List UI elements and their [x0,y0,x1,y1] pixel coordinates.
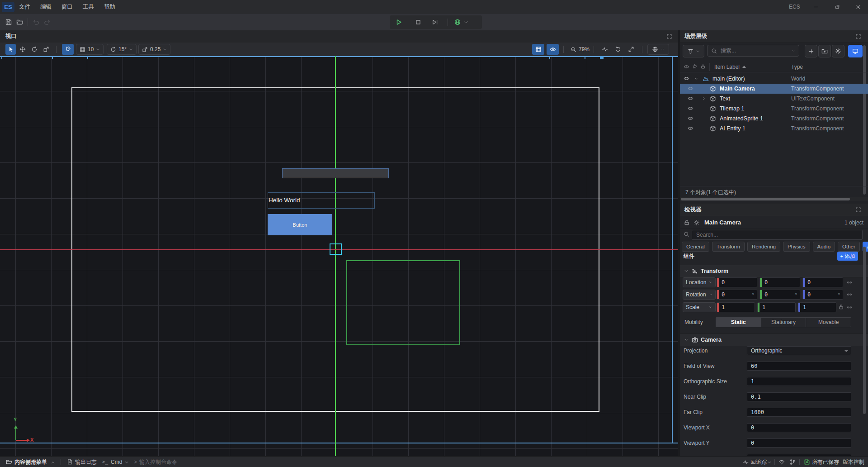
mobility-stationary[interactable]: Stationary [761,318,807,327]
open-folder-button[interactable] [16,19,24,26]
bounds-handle[interactable] [600,56,604,59]
zoom-level[interactable]: 79% [571,44,590,55]
projection-select[interactable]: Orthographic [747,346,851,355]
location-x-field[interactable]: 0 [717,277,757,287]
mobility-static[interactable]: Static [716,318,761,327]
button-object[interactable]: Button [268,214,332,235]
grid-toggle-button[interactable] [532,44,544,55]
link-icon[interactable] [846,304,853,310]
tree-row-main[interactable]: main (Editor) World [680,74,868,84]
menu-window[interactable]: 窗口 [60,0,75,14]
play-button[interactable] [395,19,402,26]
near-clip-input[interactable]: 0.1 [747,392,851,401]
scale-y-field[interactable]: 1 [757,302,796,312]
location-z-field[interactable]: 0 [802,277,843,287]
stop-button[interactable] [415,19,422,26]
orthographic-size-input[interactable]: 1 [747,377,851,386]
wifi-icon[interactable] [778,459,785,465]
panel-object[interactable] [282,168,389,178]
chevron-down-icon[interactable] [684,269,689,273]
link-icon[interactable] [846,279,853,286]
menu-help[interactable]: 帮助 [102,0,117,14]
chevron-down-icon[interactable] [684,338,689,342]
mobility-movable[interactable]: Movable [806,318,851,327]
field-of-view-input[interactable]: 60 [747,362,851,371]
tree-row-ai-entity[interactable]: AI Entity 1 TransformComponent [680,124,868,133]
lock-icon[interactable] [684,219,690,226]
chevron-down-icon[interactable] [124,460,129,465]
grid-snap-dropdown[interactable]: 10 [76,44,104,55]
scale-snap-dropdown[interactable]: 0.25 [138,44,170,55]
step-forward-button[interactable] [431,19,439,26]
location-y-field[interactable]: 0 [760,277,800,287]
tab-transform[interactable]: Transform [712,242,745,252]
maximize-button[interactable] [829,0,845,14]
text-object[interactable]: Hello World [268,192,375,209]
inspector-search-input[interactable] [695,231,859,238]
column-item-label[interactable]: Item Label [714,62,740,72]
tab-audio[interactable]: Audio [813,242,835,252]
eye-icon[interactable] [684,76,689,81]
rotate-tool-button[interactable] [29,44,39,55]
hierarchy-hscroll-thumb[interactable] [681,198,850,200]
tab-other[interactable]: Other [838,242,860,252]
output-log-button[interactable]: 输出日志 [75,457,97,467]
inspector-scrollbar[interactable] [863,247,866,414]
console-input-placeholder[interactable]: 输入控制台命令 [139,457,177,467]
rotate-snap-dropdown[interactable]: 15° [107,44,137,55]
eye-icon[interactable] [688,115,693,121]
move-tool-button[interactable] [17,44,28,55]
rotation-z-field[interactable]: 0° [802,290,843,300]
scale-z-field[interactable]: 1 [798,302,836,312]
panel-expand-icon[interactable] [666,33,672,39]
rotation-x-field[interactable]: 0° [717,290,757,300]
menu-edit[interactable]: 编辑 [38,0,53,14]
branch-icon[interactable] [789,459,796,465]
filter-dropdown[interactable] [683,45,704,57]
scale-mode-dropdown[interactable]: Scale [683,302,716,312]
viewport-x-input[interactable]: 0 [747,423,851,432]
rotation-mode-dropdown[interactable]: Rotation [683,290,716,300]
scale-x-field[interactable]: 1 [717,302,755,312]
minimize-button[interactable] [807,0,824,14]
eye-icon[interactable] [688,105,693,111]
tree-row-main-camera[interactable]: Main Camera TransformComponent [680,84,868,94]
save-button[interactable] [5,19,12,26]
chevron-right-icon[interactable] [702,96,706,101]
redo-button[interactable] [43,19,51,26]
add-component-button[interactable]: + 添加 [837,252,858,261]
far-clip-input[interactable]: 1000 [747,408,851,417]
hierarchy-search-input[interactable] [720,47,788,54]
snap-toggle-button[interactable] [62,44,74,55]
camera-section-header[interactable]: Camera [680,334,868,346]
link-icon[interactable] [846,291,853,298]
add-entity-button[interactable] [805,45,817,57]
select-tool-button[interactable] [5,44,16,55]
tree-row-tilemap[interactable]: Tilemap 1 TransformComponent [680,104,868,114]
tree-row-animatedsprite[interactable]: AnimatedSprite 1 TransformComponent [680,114,868,124]
stats-button[interactable] [599,44,610,55]
tree-row-text[interactable]: Text UITextComponent [680,94,868,104]
scale-tool-button[interactable] [41,44,51,55]
chevron-down-icon[interactable] [694,76,698,81]
panel-expand-icon[interactable] [855,207,861,213]
app-logo[interactable]: ES [2,2,14,12]
scene-canvas[interactable]: Hello World Button Y X [0,56,678,456]
world-select-dropdown[interactable] [454,19,468,26]
tilemap-bounds-rect[interactable] [346,260,460,345]
hierarchy-hscroll-track[interactable] [680,197,868,201]
column-type[interactable]: Type [791,62,803,72]
tab-rendering[interactable]: Rendering [747,242,780,252]
hierarchy-settings-button[interactable] [832,45,844,57]
version-control-button[interactable]: 版本控制 [843,457,864,467]
rotation-y-field[interactable]: 0° [760,290,800,300]
view-mode-button[interactable] [848,45,863,57]
gear-icon[interactable] [693,219,700,226]
undo-button[interactable] [33,19,40,26]
new-folder-button[interactable] [818,45,831,57]
selection-box[interactable] [330,243,342,255]
tab-physics[interactable]: Physics [783,242,810,252]
cmd-dropdown[interactable]: Cmd [111,457,122,467]
viewport-y-input[interactable]: 0 [747,438,851,448]
location-mode-dropdown[interactable]: Location [683,277,716,287]
